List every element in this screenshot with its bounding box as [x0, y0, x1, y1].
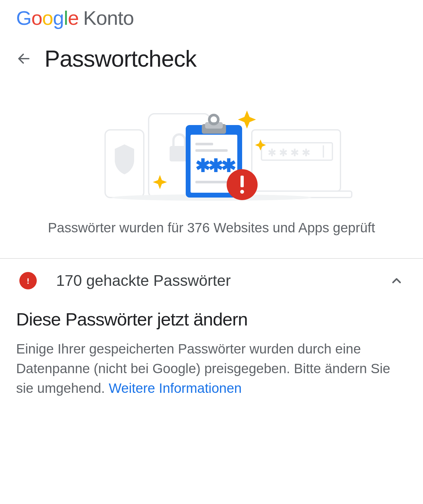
svg-rect-15: [195, 143, 213, 145]
chevron-up-icon: [389, 274, 404, 288]
alert-icon: [19, 272, 37, 289]
back-arrow-icon[interactable]: [16, 51, 32, 66]
summary-text: Passwörter wurden für 376 Websites und A…: [0, 214, 423, 258]
svg-text:✱✱✱✱: ✱✱✱✱: [268, 144, 313, 160]
svg-point-25: [27, 282, 29, 284]
svg-rect-16: [195, 149, 228, 152]
details-panel: Diese Passwörter jetzt ändern Einige Ihr…: [0, 302, 423, 411]
hero-illustration: ✱✱✱✱ ✱ ✱ ✱: [0, 82, 423, 214]
details-heading: Diese Passwörter jetzt ändern: [16, 309, 407, 330]
app-header: Google Konto: [0, 0, 423, 33]
compromised-passwords-accordion[interactable]: 170 gehackte Passwörter: [0, 258, 423, 302]
learn-more-link[interactable]: Weitere Informationen: [109, 381, 241, 396]
svg-rect-8: [323, 145, 324, 158]
svg-point-23: [240, 190, 244, 194]
google-logo: Google: [16, 8, 79, 28]
page-title-row: Passwortcheck: [0, 33, 423, 82]
compromised-count-label: 170 gehackte Passwörter: [56, 272, 389, 289]
svg-rect-24: [27, 278, 28, 282]
page-title: Passwortcheck: [44, 45, 196, 72]
svg-rect-22: [241, 176, 244, 187]
details-body: Einige Ihrer gespeicherten Passwörter wu…: [16, 339, 407, 398]
brand-product-label: Konto: [83, 6, 134, 29]
